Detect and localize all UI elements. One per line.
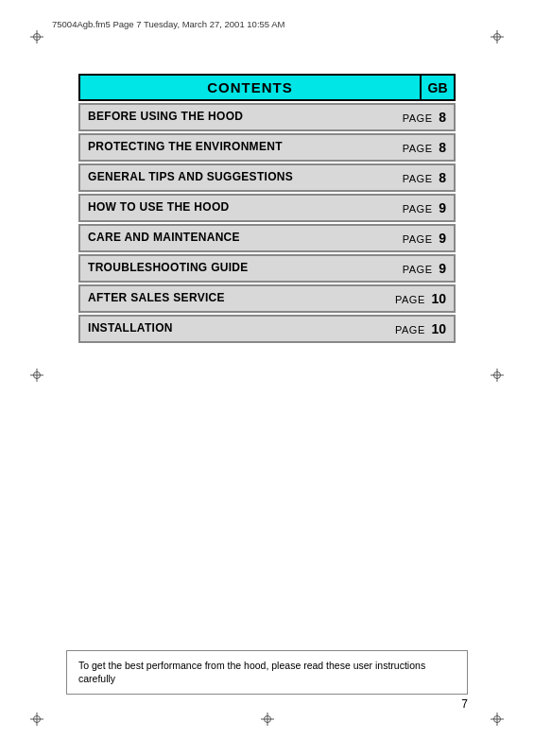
crosshair-bot-left — [30, 713, 43, 726]
toc-label-how-to-use: HOW TO USE THE HOOD — [80, 196, 378, 220]
page-container: 75004Agb.fm5 Page 7 Tuesday, March 27, 2… — [0, 0, 534, 756]
crosshair-bot-mid — [261, 713, 274, 726]
toc-page-num-2: 8 — [439, 170, 446, 185]
contents-gb: GB — [422, 74, 456, 101]
page-number: 7 — [461, 697, 468, 711]
bottom-note: To get the best performance from the hoo… — [66, 650, 468, 695]
toc-page-num-0: 8 — [439, 110, 446, 125]
toc-page-word-6: PAGE — [395, 294, 425, 305]
toc-page-care: PAGE 9 — [378, 226, 454, 250]
toc-page-how-to-use: PAGE 9 — [378, 196, 454, 220]
toc-page-word-7: PAGE — [395, 324, 425, 335]
toc-label-before-using: BEFORE USING THE HOOD — [80, 105, 378, 129]
toc-row-before-using[interactable]: BEFORE USING THE HOOD PAGE 8 — [78, 103, 456, 131]
crosshair-bot-right — [491, 713, 504, 726]
toc-label-installation: INSTALLATION — [80, 317, 378, 341]
toc-label-care: CARE AND MAINTENANCE — [80, 226, 378, 250]
toc-page-num-3: 9 — [439, 200, 446, 215]
toc-page-troubleshooting: PAGE 9 — [378, 256, 454, 281]
toc-row-how-to-use[interactable]: HOW TO USE THE HOOD PAGE 9 — [78, 194, 456, 222]
contents-title: CONTENTS — [78, 74, 422, 101]
toc-row-installation[interactable]: INSTALLATION PAGE 10 — [78, 315, 456, 343]
toc-page-installation: PAGE 10 — [378, 317, 454, 341]
file-info: 75004Agb.fm5 Page 7 Tuesday, March 27, 2… — [52, 19, 284, 29]
toc-page-num-7: 10 — [431, 321, 446, 336]
content-area: CONTENTS GB BEFORE USING THE HOOD PAGE 8… — [78, 74, 456, 345]
toc-label-after-sales: AFTER SALES SERVICE — [80, 286, 378, 311]
toc-page-general-tips: PAGE 8 — [378, 165, 454, 190]
toc-page-before-using: PAGE 8 — [378, 105, 454, 129]
contents-header-row: CONTENTS GB — [78, 74, 456, 101]
toc-page-num-6: 10 — [431, 291, 446, 306]
toc-page-num-1: 8 — [439, 140, 446, 155]
toc-row-protecting[interactable]: PROTECTING THE ENVIRONMENT PAGE 8 — [78, 133, 456, 162]
crosshair-mid-left — [30, 369, 43, 382]
toc-page-after-sales: PAGE 10 — [378, 286, 454, 311]
toc-page-word-3: PAGE — [403, 203, 433, 215]
toc-label-protecting: PROTECTING THE ENVIRONMENT — [80, 135, 378, 160]
toc-row-after-sales[interactable]: AFTER SALES SERVICE PAGE 10 — [78, 284, 456, 313]
crosshair-mid-right — [491, 369, 504, 382]
crosshair-top-right — [491, 30, 504, 43]
toc-row-care[interactable]: CARE AND MAINTENANCE PAGE 9 — [78, 224, 456, 252]
toc-page-word-2: PAGE — [403, 173, 433, 184]
toc-page-word-0: PAGE — [403, 112, 433, 124]
crosshair-top-left — [30, 30, 43, 43]
toc-row-troubleshooting[interactable]: TROUBLESHOOTING GUIDE PAGE 9 — [78, 254, 456, 283]
toc-page-num-5: 9 — [439, 261, 446, 276]
toc-label-general-tips: GENERAL TIPS AND SUGGESTIONS — [80, 165, 378, 190]
toc-label-troubleshooting: TROUBLESHOOTING GUIDE — [80, 256, 378, 281]
toc-page-word-5: PAGE — [403, 264, 433, 275]
toc-row-general-tips[interactable]: GENERAL TIPS AND SUGGESTIONS PAGE 8 — [78, 163, 456, 192]
toc-page-protecting: PAGE 8 — [378, 135, 454, 160]
toc-page-num-4: 9 — [439, 231, 446, 246]
toc-page-word-4: PAGE — [403, 233, 433, 245]
toc-page-word-1: PAGE — [403, 143, 433, 154]
